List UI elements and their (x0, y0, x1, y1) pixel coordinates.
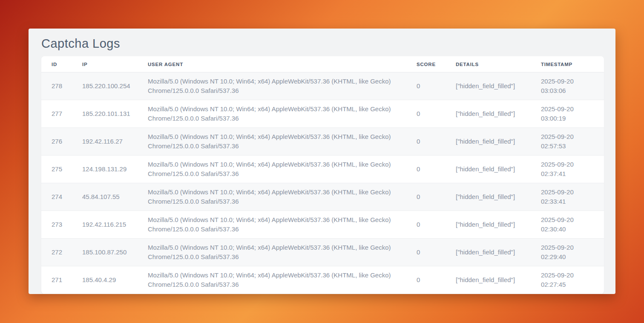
cell-id: 275 (41, 156, 82, 183)
table-row: 273 192.42.116.215 Mozilla/5.0 (Windows … (41, 211, 604, 239)
captcha-logs-card: Captcha Logs IDIPUSER AGENTSCOREDETAILST… (29, 29, 615, 294)
cell-user-agent: Mozilla/5.0 (Windows NT 10.0; Win64; x64… (148, 211, 417, 239)
cell-score: 0 (417, 72, 456, 100)
cell-ip: 185.40.4.29 (82, 266, 148, 294)
cell-user-agent: Mozilla/5.0 (Windows NT 10.0; Win64; x64… (148, 183, 417, 211)
cell-score: 0 (417, 266, 456, 294)
cell-ip: 185.100.87.250 (82, 239, 148, 266)
cell-details: ["hidden_field_filled"] (456, 100, 541, 128)
cell-timestamp: 2025-09-20 03:03:06 (541, 72, 604, 100)
cell-id: 276 (41, 128, 82, 156)
cell-id: 272 (41, 239, 82, 266)
cell-id: 271 (41, 266, 82, 294)
table-header: IDIPUSER AGENTSCOREDETAILSTIMESTAMP (41, 56, 604, 72)
column-header-ip: IP (82, 56, 148, 72)
table-header-row: IDIPUSER AGENTSCOREDETAILSTIMESTAMP (41, 56, 604, 72)
cell-details: ["hidden_field_filled"] (456, 183, 541, 211)
cell-ip: 45.84.107.55 (82, 183, 148, 211)
cell-user-agent: Mozilla/5.0 (Windows NT 10.0; Win64; x64… (148, 266, 417, 294)
cell-user-agent: Mozilla/5.0 (Windows NT 10.0; Win64; x64… (148, 239, 417, 266)
cell-score: 0 (417, 211, 456, 239)
cell-timestamp: 2025-09-20 02:30:40 (541, 211, 604, 239)
cell-details: ["hidden_field_filled"] (456, 239, 541, 266)
log-table-container: IDIPUSER AGENTSCOREDETAILSTIMESTAMP 278 … (41, 56, 604, 294)
cell-score: 0 (417, 239, 456, 266)
cell-details: ["hidden_field_filled"] (456, 156, 541, 183)
cell-user-agent: Mozilla/5.0 (Windows NT 10.0; Win64; x64… (148, 72, 417, 100)
cell-id: 273 (41, 211, 82, 239)
page-title: Captcha Logs (41, 35, 615, 52)
column-header-score: SCORE (417, 56, 456, 72)
table-row: 271 185.40.4.29 Mozilla/5.0 (Windows NT … (41, 266, 604, 294)
table-row: 278 185.220.100.254 Mozilla/5.0 (Windows… (41, 72, 604, 100)
cell-details: ["hidden_field_filled"] (456, 72, 541, 100)
cell-score: 0 (417, 183, 456, 211)
cell-details: ["hidden_field_filled"] (456, 266, 541, 294)
cell-score: 0 (417, 128, 456, 156)
cell-timestamp: 2025-09-20 02:37:41 (541, 156, 604, 183)
table-row: 274 45.84.107.55 Mozilla/5.0 (Windows NT… (41, 183, 604, 211)
cell-user-agent: Mozilla/5.0 (Windows NT 10.0; Win64; x64… (148, 100, 417, 128)
column-header-id: ID (41, 56, 82, 72)
cell-user-agent: Mozilla/5.0 (Windows NT 10.0; Win64; x64… (148, 156, 417, 183)
cell-timestamp: 2025-09-20 03:00:19 (541, 100, 604, 128)
cell-ip: 185.220.100.254 (82, 72, 148, 100)
cell-id: 278 (41, 72, 82, 100)
cell-score: 0 (417, 100, 456, 128)
page-background: { "page": { "title": "Captcha Logs" }, "… (0, 0, 644, 323)
cell-score: 0 (417, 156, 456, 183)
table-row: 272 185.100.87.250 Mozilla/5.0 (Windows … (41, 239, 604, 266)
column-header-details: DETAILS (456, 56, 541, 72)
cell-id: 277 (41, 100, 82, 128)
cell-timestamp: 2025-09-20 02:29:40 (541, 239, 604, 266)
table-row: 277 185.220.101.131 Mozilla/5.0 (Windows… (41, 100, 604, 128)
table-row: 275 124.198.131.29 Mozilla/5.0 (Windows … (41, 156, 604, 183)
cell-details: ["hidden_field_filled"] (456, 211, 541, 239)
cell-user-agent: Mozilla/5.0 (Windows NT 10.0; Win64; x64… (148, 128, 417, 156)
captcha-logs-table: IDIPUSER AGENTSCOREDETAILSTIMESTAMP 278 … (41, 56, 604, 294)
cell-timestamp: 2025-09-20 02:27:45 (541, 266, 604, 294)
cell-timestamp: 2025-09-20 02:33:41 (541, 183, 604, 211)
cell-ip: 124.198.131.29 (82, 156, 148, 183)
cell-timestamp: 2025-09-20 02:57:53 (541, 128, 604, 156)
cell-ip: 192.42.116.27 (82, 128, 148, 156)
table-row: 276 192.42.116.27 Mozilla/5.0 (Windows N… (41, 128, 604, 156)
cell-ip: 185.220.101.131 (82, 100, 148, 128)
cell-details: ["hidden_field_filled"] (456, 128, 541, 156)
cell-id: 274 (41, 183, 82, 211)
cell-ip: 192.42.116.215 (82, 211, 148, 239)
table-body: 278 185.220.100.254 Mozilla/5.0 (Windows… (41, 72, 604, 294)
column-header-timestamp: TIMESTAMP (541, 56, 604, 72)
column-header-user_agent: USER AGENT (148, 56, 417, 72)
